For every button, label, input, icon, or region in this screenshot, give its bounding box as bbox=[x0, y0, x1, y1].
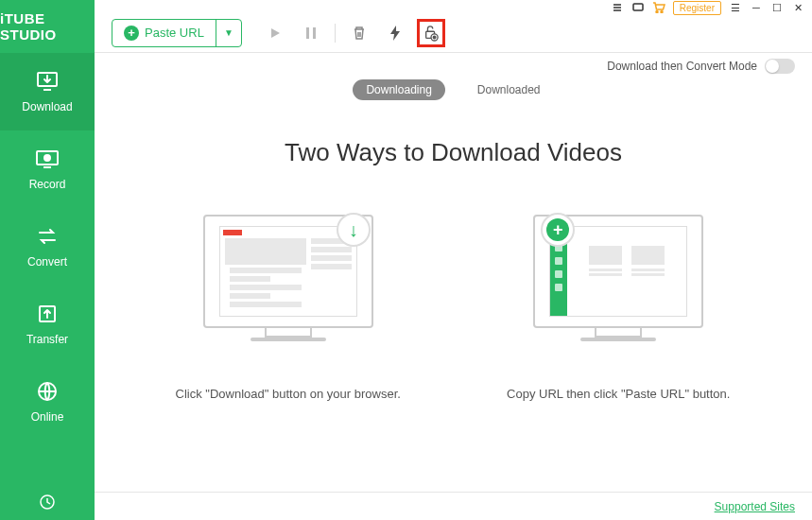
sidebar-item-online[interactable]: Online bbox=[0, 363, 95, 441]
app-logo: iTUBE STUDIO bbox=[0, 0, 95, 53]
turbo-button[interactable] bbox=[381, 19, 409, 47]
supported-sites-link[interactable]: Supported Sites bbox=[715, 500, 795, 513]
download-icon bbox=[34, 70, 60, 93]
menu-icon[interactable]: ☰ bbox=[729, 1, 742, 14]
maximize-icon[interactable]: ☐ bbox=[770, 1, 784, 14]
list-icon[interactable] bbox=[611, 1, 624, 14]
close-icon[interactable]: ✕ bbox=[791, 1, 804, 14]
svg-rect-10 bbox=[313, 27, 316, 39]
pause-button[interactable] bbox=[297, 19, 325, 47]
sidebar-item-label: Transfer bbox=[26, 333, 68, 346]
convert-mode-toggle[interactable] bbox=[765, 59, 795, 74]
mode-label: Download then Convert Mode bbox=[607, 60, 757, 73]
plus-badge-icon: + bbox=[541, 213, 575, 247]
way-paste-caption: Copy URL then click "Paste URL" button. bbox=[486, 385, 751, 404]
paste-url-label: Paste URL bbox=[145, 26, 204, 40]
way-paste-url: + Copy URL then click "Paste URL" button… bbox=[486, 215, 751, 404]
tab-downloading[interactable]: Downloading bbox=[353, 79, 444, 100]
paste-url-button[interactable]: + Paste URL ▼ bbox=[112, 19, 242, 47]
delete-button[interactable] bbox=[345, 19, 373, 47]
page-headline: Two Ways to Download Videos bbox=[123, 138, 784, 167]
play-button[interactable] bbox=[261, 19, 289, 47]
sidebar-item-download[interactable]: Download bbox=[0, 53, 95, 130]
sidebar-item-record[interactable]: Record bbox=[0, 130, 95, 208]
message-icon[interactable] bbox=[631, 1, 645, 14]
sidebar-item-convert[interactable]: Convert bbox=[0, 208, 95, 286]
download-badge-icon: ↓ bbox=[337, 213, 371, 247]
svg-point-2 bbox=[44, 155, 50, 161]
record-icon bbox=[34, 147, 60, 170]
paste-url-dropdown[interactable]: ▼ bbox=[216, 20, 241, 46]
sidebar-clock-icon[interactable] bbox=[0, 494, 95, 511]
way-browser: ↓ Click "Download" button on your browse… bbox=[156, 215, 421, 404]
sidebar-item-label: Record bbox=[29, 178, 66, 191]
sidebar-item-label: Online bbox=[31, 410, 64, 424]
sidebar-item-label: Download bbox=[22, 100, 72, 113]
cart-icon[interactable] bbox=[652, 1, 665, 14]
svg-rect-6 bbox=[633, 4, 643, 10]
transfer-icon bbox=[34, 303, 60, 325]
convert-icon bbox=[34, 225, 60, 248]
way-browser-caption: Click "Download" button on your browser. bbox=[156, 385, 421, 404]
tab-downloaded[interactable]: Downloaded bbox=[464, 79, 554, 100]
sidebar-item-transfer[interactable]: Transfer bbox=[0, 286, 95, 363]
online-icon bbox=[34, 380, 60, 403]
private-mode-button[interactable] bbox=[417, 19, 445, 47]
svg-rect-9 bbox=[306, 27, 309, 39]
sidebar-item-label: Convert bbox=[27, 255, 67, 269]
svg-point-13 bbox=[433, 36, 436, 39]
separator bbox=[335, 24, 336, 43]
plus-icon: + bbox=[124, 26, 139, 41]
minimize-icon[interactable]: ─ bbox=[750, 1, 763, 14]
